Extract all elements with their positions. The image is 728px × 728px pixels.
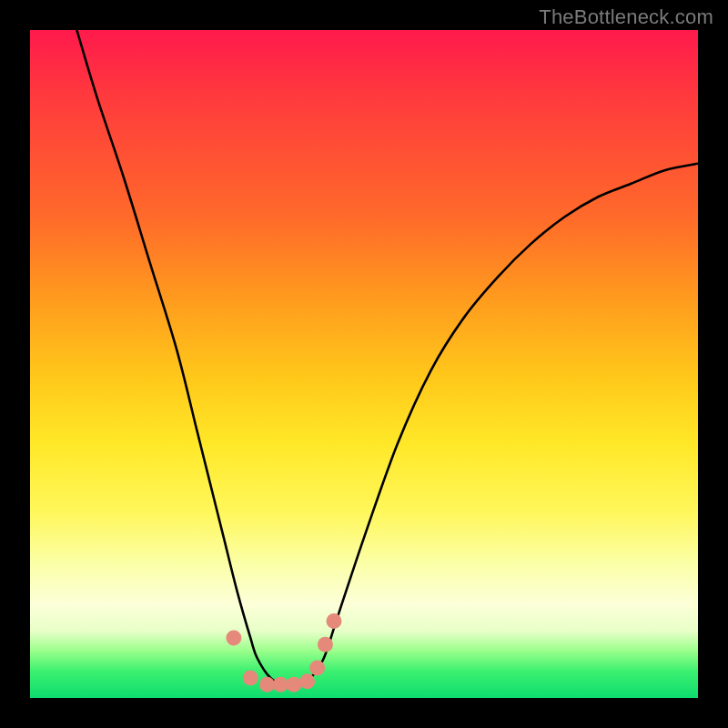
- curve-layer: [76, 30, 698, 685]
- outer-frame: TheBottleneck.com: [0, 0, 728, 728]
- bottleneck-curve: [76, 30, 698, 685]
- marker-dot: [259, 677, 275, 693]
- marker-dot: [226, 630, 241, 645]
- marker-dot: [286, 677, 301, 693]
- watermark-text: TheBottleneck.com: [539, 5, 713, 29]
- marker-dot: [299, 673, 315, 689]
- marker-dot: [243, 670, 258, 685]
- marker-dot: [318, 637, 333, 652]
- plot-area: [30, 30, 698, 698]
- points-layer: [226, 613, 341, 693]
- marker-dot: [326, 613, 341, 629]
- marker-dot: [309, 660, 325, 675]
- marker-dot: [273, 677, 288, 693]
- chart-svg: [30, 30, 698, 698]
